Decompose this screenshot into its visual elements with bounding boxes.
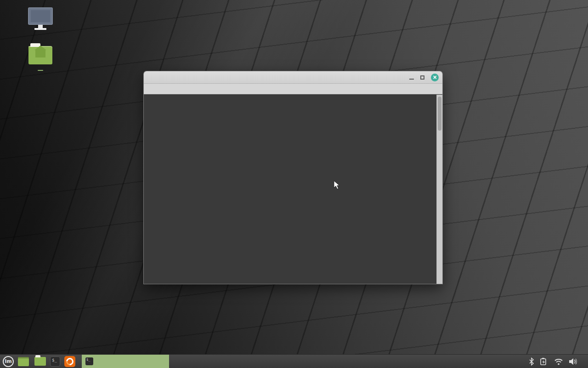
bluetooth-icon[interactable]: [528, 357, 535, 366]
menu-help[interactable]: [190, 88, 198, 90]
firefox-launcher[interactable]: [64, 356, 75, 367]
home-icon-label: [38, 70, 43, 71]
home-folder-icon: [28, 46, 52, 64]
volume-icon[interactable]: [568, 357, 578, 366]
show-desktop-button[interactable]: [18, 357, 29, 366]
terminal-launcher[interactable]: $_: [50, 356, 60, 367]
desktop-wallpaper: ✕ lm $_: [0, 0, 588, 368]
menu-edit[interactable]: [157, 88, 165, 90]
terminal-menubar: [144, 84, 442, 94]
house-icon: [35, 50, 45, 58]
taskbar: lm $_ $_: [0, 354, 588, 368]
close-button[interactable]: ✕: [431, 74, 439, 81]
menu-search[interactable]: [173, 88, 181, 90]
desktop-icon-computer[interactable]: [15, 7, 66, 33]
terminal-scrollbar[interactable]: [436, 95, 442, 284]
minimize-button[interactable]: [409, 79, 414, 80]
desktop-icon-home[interactable]: [15, 46, 66, 73]
terminal-window: ✕: [144, 71, 442, 284]
mint-menu-button[interactable]: lm: [3, 356, 14, 367]
terminal-task-icon: $_: [85, 357, 93, 365]
menu-view[interactable]: [165, 88, 173, 90]
maximize-button[interactable]: [420, 75, 424, 80]
window-titlebar[interactable]: ✕: [144, 71, 442, 84]
mouse-cursor: [334, 180, 340, 190]
terminal-content[interactable]: [144, 95, 442, 284]
scrollbar-thumb[interactable]: [438, 97, 441, 131]
wifi-icon[interactable]: [554, 357, 563, 366]
file-manager-launcher[interactable]: [34, 357, 46, 366]
menu-terminal[interactable]: [181, 88, 190, 90]
battery-charging-icon[interactable]: [540, 357, 549, 366]
menu-file[interactable]: [148, 88, 157, 90]
computer-icon: [28, 7, 53, 25]
taskbar-window-button[interactable]: $_: [82, 355, 169, 368]
htop-function-key-bar: [145, 276, 436, 284]
